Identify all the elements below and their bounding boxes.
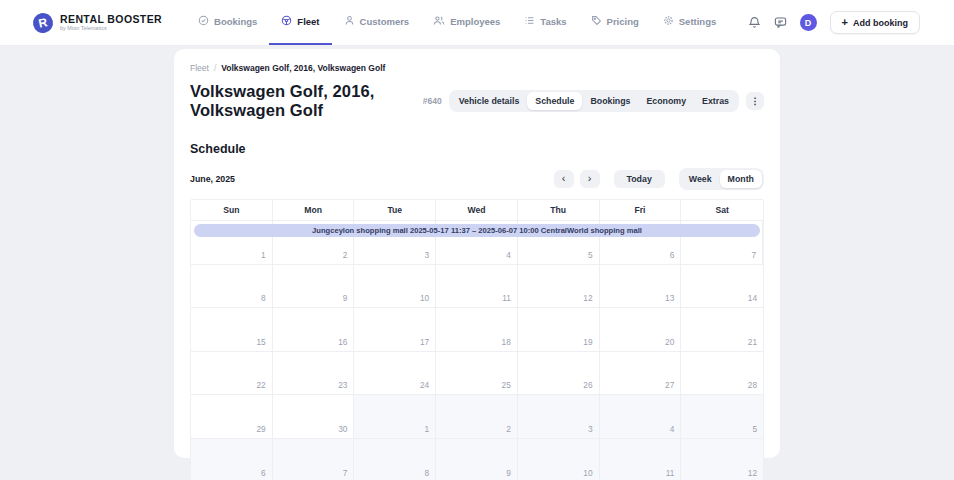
chevron-left-icon: ‹: [562, 173, 566, 184]
fleet-icon: [281, 15, 292, 28]
settings-icon: [663, 15, 674, 28]
today-button[interactable]: Today: [614, 170, 665, 188]
calendar-day-cell[interactable]: 12: [681, 439, 763, 480]
prev-month-button[interactable]: ‹: [554, 170, 574, 188]
day-number: 10: [583, 468, 592, 478]
calendar-day-cell[interactable]: 16: [273, 308, 355, 352]
tab-vehicle-details[interactable]: Vehicle details: [451, 92, 528, 110]
calendar-grid: SunMonTueWedThuFriSat 1234567Jungceylon …: [190, 199, 764, 480]
calendar-day-cell[interactable]: 14: [681, 265, 763, 309]
day-number: 14: [748, 293, 757, 303]
day-number: 17: [420, 337, 429, 347]
calendar-day-cell[interactable]: 8: [354, 439, 436, 480]
calendar-day-cell[interactable]: 2: [436, 395, 518, 439]
calendar-day-cell[interactable]: 18: [436, 308, 518, 352]
view-month-button[interactable]: Month: [720, 170, 762, 188]
calendar-day-cell[interactable]: 17: [354, 308, 436, 352]
nav-item-fleet[interactable]: Fleet: [269, 0, 331, 45]
calendar-day-cell[interactable]: 3: [518, 395, 600, 439]
breadcrumb-fleet-link[interactable]: Fleet: [190, 63, 209, 73]
calendar-day-cell[interactable]: 4: [600, 395, 682, 439]
nav-item-settings[interactable]: Settings: [651, 0, 728, 45]
calendar-day-cell[interactable]: 13: [600, 265, 682, 309]
tab-economy[interactable]: Economy: [638, 92, 694, 110]
day-number: 11: [666, 468, 675, 478]
calendar-day-cell[interactable]: 7: [273, 439, 355, 480]
weekday-header: Sat: [681, 200, 763, 221]
calendar-day-cell[interactable]: 28: [681, 352, 763, 396]
calendar-day-cell[interactable]: 11: [436, 265, 518, 309]
nav-item-pricing[interactable]: Pricing: [579, 0, 651, 45]
day-number: 20: [665, 337, 674, 347]
plus-icon: +: [842, 17, 848, 28]
calendar-day-cell[interactable]: 6: [191, 439, 273, 480]
nav-item-tasks[interactable]: Tasks: [512, 0, 578, 45]
calendar-day-cell[interactable]: 10: [518, 439, 600, 480]
calendar-day-cell[interactable]: 20: [600, 308, 682, 352]
day-number: 3: [588, 424, 593, 434]
calendar-day-cell[interactable]: 23: [273, 352, 355, 396]
day-number: 25: [502, 380, 511, 390]
bookings-icon: [198, 15, 209, 28]
notifications-bell-icon[interactable]: [748, 16, 761, 29]
page-header: Volkswagen Golf, 2016, Volkswagen Golf #…: [190, 82, 764, 120]
calendar-day-cell[interactable]: 10: [354, 265, 436, 309]
day-number: 30: [338, 424, 347, 434]
calendar-day-cell[interactable]: 29: [191, 395, 273, 439]
day-number: 13: [665, 293, 674, 303]
messages-chat-icon[interactable]: [774, 16, 787, 29]
calendar-day-cell[interactable]: 26: [518, 352, 600, 396]
more-options-kebab-icon[interactable]: ⋮: [746, 92, 764, 110]
booking-event-bar[interactable]: Jungceylon shopping mall 2025-05-17 11:3…: [194, 224, 760, 237]
nav-item-bookings[interactable]: Bookings: [186, 0, 269, 45]
day-number: 9: [506, 468, 511, 478]
day-number: 6: [261, 468, 266, 478]
day-number: 21: [748, 337, 757, 347]
calendar-day-cell[interactable]: 25: [436, 352, 518, 396]
vehicle-tabs: Vehicle details Schedule Bookings Econom…: [449, 90, 739, 112]
calendar-toolbar: June, 2025 ‹ › Today Week Month: [190, 168, 764, 190]
brand-tagline: by Mion Telematics: [60, 26, 162, 32]
calendar-day-cell[interactable]: 22: [191, 352, 273, 396]
brand-logo[interactable]: R RENTAL BOOSTER by Mion Telematics: [0, 0, 162, 45]
tab-bookings[interactable]: Bookings: [582, 92, 638, 110]
calendar-day-cell[interactable]: 21: [681, 308, 763, 352]
calendar-week-row: 293012345: [191, 395, 763, 439]
day-number: 8: [261, 293, 266, 303]
page-title: Volkswagen Golf, 2016, Volkswagen Golf: [190, 82, 423, 120]
calendar-day-cell[interactable]: 27: [600, 352, 682, 396]
calendar-day-cell[interactable]: 11: [600, 439, 682, 480]
tab-schedule[interactable]: Schedule: [527, 92, 582, 110]
calendar-day-cell[interactable]: 12: [518, 265, 600, 309]
day-number: 1: [425, 424, 430, 434]
day-number: 26: [583, 380, 592, 390]
add-booking-button[interactable]: + Add booking: [830, 11, 920, 34]
calendar-day-cell[interactable]: 1: [354, 395, 436, 439]
customers-icon: [344, 15, 355, 28]
calendar-day-cell[interactable]: 9: [273, 265, 355, 309]
view-week-button[interactable]: Week: [681, 170, 720, 188]
weekday-header: Sun: [191, 200, 273, 221]
day-number: 7: [343, 468, 348, 478]
calendar-day-cell[interactable]: 19: [518, 308, 600, 352]
weekday-header: Mon: [273, 200, 355, 221]
calendar-day-cell[interactable]: 30: [273, 395, 355, 439]
calendar-day-cell[interactable]: 24: [354, 352, 436, 396]
nav-item-employees[interactable]: Employees: [421, 0, 512, 45]
user-avatar[interactable]: D: [800, 14, 817, 31]
calendar-week-row: 891011121314: [191, 265, 763, 309]
app-root: R RENTAL BOOSTER by Mion Telematics Book…: [0, 0, 954, 480]
calendar-day-cell[interactable]: 8: [191, 265, 273, 309]
day-number: 15: [256, 337, 265, 347]
day-number: 12: [583, 293, 592, 303]
tab-extras[interactable]: Extras: [694, 92, 737, 110]
calendar-week-row: 15161718192021: [191, 308, 763, 352]
calendar-day-cell[interactable]: 15: [191, 308, 273, 352]
nav-item-customers[interactable]: Customers: [332, 0, 422, 45]
next-month-button[interactable]: ›: [580, 170, 600, 188]
day-number: 24: [420, 380, 429, 390]
breadcrumb: Fleet / Volkswagen Golf, 2016, Volkswage…: [190, 63, 764, 73]
day-number: 2: [506, 424, 511, 434]
calendar-day-cell[interactable]: 5: [681, 395, 763, 439]
calendar-day-cell[interactable]: 9: [436, 439, 518, 480]
